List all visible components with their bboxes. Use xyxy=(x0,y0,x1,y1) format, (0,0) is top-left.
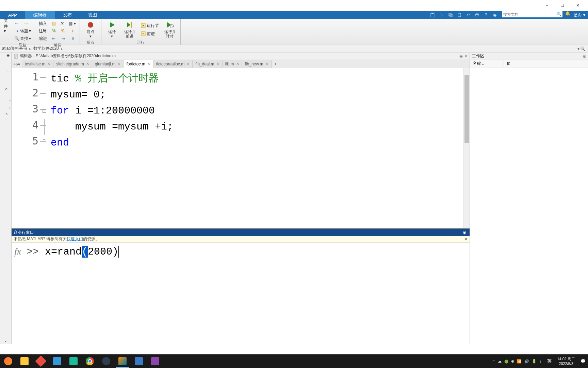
tab-close-icon[interactable]: ✕ xyxy=(147,62,150,66)
tab-overflow-button[interactable]: +64 xyxy=(12,60,22,68)
left-gutter-item[interactable]: ... xyxy=(1,80,11,86)
tab-close-icon[interactable]: ✕ xyxy=(186,62,190,66)
tray-network-icon[interactable]: ⊕ xyxy=(511,359,514,364)
tray-bluetooth-icon[interactable]: ᛒ xyxy=(539,359,542,363)
tray-volume-icon[interactable]: 🔊 xyxy=(524,359,529,364)
taskbar-app-1[interactable] xyxy=(33,354,49,368)
notification-bell-icon[interactable]: 🔔 xyxy=(564,11,571,19)
workspace-col-name[interactable]: 名称▴ xyxy=(470,60,504,67)
editor-menu-icon[interactable]: ◉ xyxy=(459,54,463,59)
nav-fwd-button[interactable]: ⇨ xyxy=(22,20,31,27)
command-input-line[interactable]: >> x=rand(2000) xyxy=(27,244,119,343)
file-tab[interactable]: tictocprealloc.m✕ xyxy=(153,60,193,68)
editor-close-icon[interactable]: ✕ xyxy=(464,54,468,59)
taskbar-app-3[interactable] xyxy=(65,354,82,368)
workspace-menu-icon[interactable]: ◉ xyxy=(583,54,586,59)
help-icon[interactable]: ? xyxy=(482,11,490,19)
breadcrumb-item-1[interactable]: 数学软件2020 xyxy=(33,46,60,51)
code-text[interactable]: tic % 开启一个计时器mysum= 0;for i =1:20000000 … xyxy=(48,68,463,228)
search-icon[interactable]: 🔍 xyxy=(556,12,562,17)
window-close-button[interactable]: ✕ xyxy=(570,0,585,11)
fx-prompt-icon[interactable]: fx xyxy=(13,244,27,343)
indent-right-icon[interactable]: ⇥ xyxy=(59,35,68,42)
cut-icon[interactable] xyxy=(438,11,446,19)
copy-icon[interactable] xyxy=(446,11,455,19)
insert-button[interactable]: 插入 xyxy=(37,20,49,27)
find-button[interactable]: 🔍查找 ▾ xyxy=(12,35,33,42)
taskbar-app-5[interactable] xyxy=(131,354,147,368)
breadcrumb-dropdown-icon[interactable]: ▾ xyxy=(577,46,579,51)
window-minimize-button[interactable]: − xyxy=(539,0,555,11)
file-tab[interactable]: testifelse.m✕ xyxy=(22,60,54,68)
indent-button[interactable]: 缩进 xyxy=(37,35,49,42)
editor-scrollbar[interactable] xyxy=(463,68,470,228)
file-tab[interactable]: fib_new.m✕ xyxy=(242,60,272,68)
run-and-time-button[interactable]: 运行并 计时 xyxy=(161,20,178,40)
undo-icon[interactable]: ↶ xyxy=(464,11,472,19)
ime-indicator[interactable]: 英 xyxy=(544,358,554,364)
insert-fx-button[interactable]: fx xyxy=(59,20,65,27)
file-dropdown[interactable]: ▾ xyxy=(2,27,8,35)
comment-add-icon[interactable]: % xyxy=(49,27,58,35)
comment-remove-icon[interactable]: ‰ xyxy=(59,27,68,35)
print-icon[interactable] xyxy=(473,11,481,19)
info-banner-close-icon[interactable]: ✕ xyxy=(464,237,468,242)
tray-security-icon[interactable]: ⬤ xyxy=(504,359,508,364)
workspace-header[interactable]: 工作区 ◉ xyxy=(470,52,588,60)
file-tab[interactable]: fortictoc.m✕ xyxy=(124,60,153,68)
tray-battery-icon[interactable]: 🔋 xyxy=(532,359,537,364)
taskbar-chrome[interactable] xyxy=(82,354,98,368)
taskbar-matlab[interactable] xyxy=(114,354,131,368)
tab-close-icon[interactable]: ✕ xyxy=(86,62,89,66)
left-gutter-item[interactable]: d... xyxy=(1,86,11,92)
comment-wrap-icon[interactable]: ⤹ xyxy=(68,27,77,35)
taskbar-app-2[interactable] xyxy=(49,354,65,368)
tab-close-icon[interactable]: ✕ xyxy=(216,62,219,66)
user-menu[interactable]: 是向 ▾ xyxy=(571,11,588,19)
ribbon-tab-publish[interactable]: 发布 xyxy=(55,11,80,19)
tray-wifi-icon[interactable]: 📶 xyxy=(517,359,522,364)
indent-auto-icon[interactable]: ≡ xyxy=(68,35,77,42)
file-group-item[interactable]: 文件 xyxy=(2,20,8,27)
action-center-icon[interactable]: 💬 xyxy=(578,354,588,368)
left-gutter-item[interactable]: ... xyxy=(1,67,11,74)
run-and-advance-button[interactable]: 运行并 前进 xyxy=(121,20,138,40)
ribbon-tab-view[interactable]: 视图 xyxy=(80,11,105,19)
left-gutter-item[interactable]: if xyxy=(1,104,11,110)
taskbar-file-explorer[interactable] xyxy=(16,354,33,368)
advance-button[interactable]: 前进 xyxy=(139,30,161,37)
file-tab[interactable]: fib.m✕ xyxy=(223,60,242,68)
start-button[interactable] xyxy=(0,354,16,368)
nav-back-button[interactable]: ⇦ xyxy=(12,20,21,27)
taskbar-app-6[interactable] xyxy=(147,354,163,368)
left-gutter-item[interactable]: ... xyxy=(1,92,11,98)
run-button[interactable]: 运行▾ xyxy=(103,20,120,40)
left-gutter-item[interactable]: f xyxy=(1,98,11,104)
left-sidebar-expand-icon[interactable]: ⌄ xyxy=(4,338,7,343)
tab-close-icon[interactable]: ✕ xyxy=(117,62,120,66)
tab-close-icon[interactable]: ✕ xyxy=(236,62,239,66)
quick-start-link[interactable]: 快速入门 xyxy=(67,236,83,242)
breadcrumb-search-icon[interactable]: 🔍 xyxy=(580,46,585,51)
file-tab[interactable]: sitchletgrade.m✕ xyxy=(53,60,92,68)
taskbar-clock[interactable]: 14:02 周二 2022/5/3 xyxy=(554,356,578,366)
workspace-col-value[interactable]: 值 xyxy=(504,60,588,67)
tab-close-icon[interactable]: ✕ xyxy=(47,62,50,66)
addons-icon[interactable]: ◉ xyxy=(491,11,499,19)
insert-section-icon[interactable]: ▤ xyxy=(49,20,58,27)
left-sidebar-menu-icon[interactable]: ◉ xyxy=(6,53,10,58)
tray-onedrive-icon[interactable]: ☁ xyxy=(498,359,502,364)
tab-add-button[interactable]: + xyxy=(272,60,280,68)
tray-up-icon[interactable]: ⌃ xyxy=(492,359,495,364)
command-window-body[interactable]: fx >> x=rand(2000) xyxy=(12,243,470,344)
comment-button[interactable]: 注释 xyxy=(37,27,49,35)
doc-search-input[interactable] xyxy=(502,12,556,16)
goto-button[interactable]: ➜转至 ▾ xyxy=(12,27,33,35)
paste-icon[interactable] xyxy=(455,11,463,19)
command-window-header[interactable]: 命令行窗口 ◉ xyxy=(12,229,470,236)
code-editor[interactable]: 1 2 3 4 5 − tic % 开启一个计时器mysum= 0;for i … xyxy=(12,68,470,228)
run-section-button[interactable]: 运行节 xyxy=(139,22,161,29)
indent-left-icon[interactable]: ⇤ xyxy=(49,35,58,42)
save-icon[interactable] xyxy=(429,11,437,19)
breadcrumb-item-0[interactable]: atlab资料备份 xyxy=(1,46,28,51)
